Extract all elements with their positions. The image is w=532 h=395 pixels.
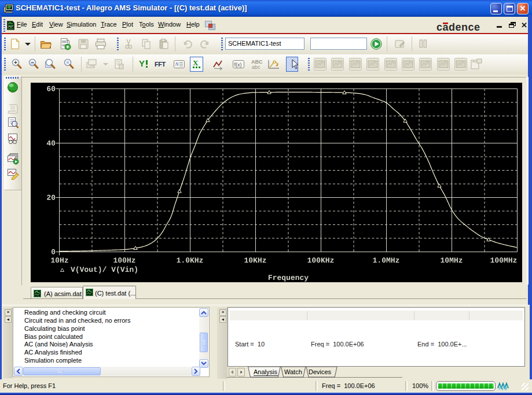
svg-text:Watch: Watch [284, 368, 302, 375]
svg-text:Y: Y [139, 58, 145, 68]
svg-text:abc: abc [252, 64, 261, 70]
svg-text:FFT: FFT [155, 61, 166, 68]
svg-text:Analysis: Analysis [254, 368, 277, 375]
svg-text:f(x): f(x) [234, 62, 242, 68]
svg-text:Devices: Devices [309, 368, 332, 375]
svg-text:X: X [193, 58, 199, 67]
svg-text:N: N [175, 61, 179, 67]
